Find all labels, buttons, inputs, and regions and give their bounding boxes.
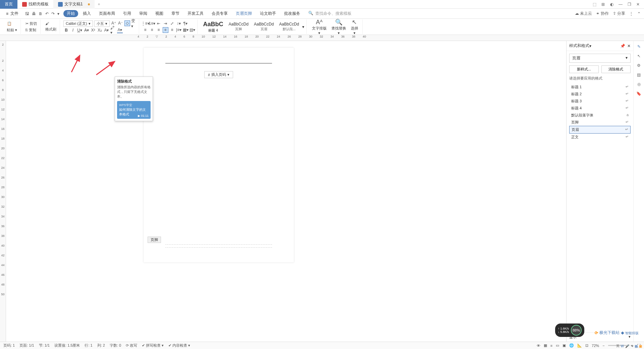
- format-brush-button[interactable]: 🖌: [44, 21, 58, 26]
- footer-area[interactable]: [165, 244, 272, 248]
- footer-tag[interactable]: 页脚: [148, 237, 161, 243]
- tab-document[interactable]: 文字文稿1: [53, 0, 95, 9]
- status-page[interactable]: 页码: 1: [3, 343, 15, 348]
- style-item[interactable]: 页脚↵: [569, 119, 631, 126]
- align-left-icon[interactable]: ≡: [143, 27, 148, 33]
- decrease-font-icon[interactable]: A⁻: [118, 20, 123, 26]
- view-read-icon[interactable]: ▣: [562, 343, 566, 348]
- clear-format-panel-button[interactable]: 清除格式: [601, 65, 631, 73]
- menu-search[interactable]: 🔍查找命令、搜索模板: [305, 11, 352, 16]
- menu-paper[interactable]: 论文助手: [257, 10, 279, 17]
- close-button[interactable]: ✕: [634, 1, 642, 8]
- grid1-icon[interactable]: ⬚: [590, 1, 598, 8]
- bookmark-icon[interactable]: 🔖: [636, 91, 641, 96]
- menu-chapter[interactable]: 章节: [168, 10, 183, 17]
- copy-button[interactable]: ⎘复制: [24, 27, 38, 33]
- menu-member[interactable]: 会员专享: [208, 10, 231, 17]
- view-web-icon[interactable]: ▭: [556, 343, 559, 348]
- grid2-icon[interactable]: ⊞: [599, 1, 607, 8]
- bold-icon[interactable]: B: [63, 28, 69, 33]
- globe-icon[interactable]: 🌐: [569, 343, 574, 348]
- redo-icon[interactable]: ↷: [51, 11, 55, 16]
- styles-gallery[interactable]: AaBbC标题 4 AaBbCcDd页脚 AaBbCcDd页眉 AaBbCcDd…: [199, 19, 307, 34]
- numbering-icon[interactable]: 1≡▾: [149, 21, 155, 27]
- paste-label[interactable]: 粘贴▾: [5, 27, 18, 33]
- tab-template[interactable]: 找稻壳模板: [17, 0, 53, 9]
- style-heading4[interactable]: AaBbC标题 4: [201, 20, 226, 34]
- menu-start[interactable]: 开始: [63, 10, 78, 17]
- align-right-icon[interactable]: ≡: [156, 27, 162, 33]
- more-icon[interactable]: ⋮: [629, 11, 633, 16]
- style-item[interactable]: 默认段落字体a: [569, 112, 631, 119]
- italic-icon[interactable]: I: [70, 28, 76, 33]
- menu-devtools[interactable]: 开发工具: [184, 10, 207, 17]
- align-justify-icon[interactable]: ≡: [163, 27, 168, 33]
- maximize-button[interactable]: ❐: [625, 1, 633, 8]
- shading-icon[interactable]: ▤▾: [190, 27, 195, 33]
- find-replace-button[interactable]: 🔍查找替换▾: [329, 18, 348, 35]
- font-select[interactable]: Calibri (正文)▾: [63, 20, 93, 27]
- status-section[interactable]: 节: 1/1: [39, 343, 50, 348]
- status-setting[interactable]: 设置值: 1.5厘米: [54, 343, 80, 348]
- insert-page-number-button[interactable]: #插入页码▾: [204, 71, 233, 78]
- save-icon[interactable]: 🖫: [25, 11, 29, 16]
- font-color-icon[interactable]: A▾: [117, 28, 123, 33]
- line-spacing-icon[interactable]: ↕▾: [176, 21, 182, 27]
- style-header[interactable]: AaBbCcDd页眉: [252, 21, 276, 33]
- indent-dec-icon[interactable]: ⇤: [156, 21, 162, 27]
- menu-header-footer[interactable]: 页眉页脚: [232, 10, 255, 17]
- eye-icon[interactable]: 👁: [537, 344, 540, 348]
- show-marks-icon[interactable]: ¶▾: [183, 21, 189, 27]
- file-menu[interactable]: ≡文件: [3, 11, 21, 16]
- network-speed-widget[interactable]: ↑ 1.6K/s ↓ 5.8K/s 88%: [555, 323, 584, 337]
- ruler-icon[interactable]: 📐: [577, 343, 582, 348]
- increase-font-icon[interactable]: A⁺: [111, 20, 117, 26]
- underline-icon[interactable]: U▾: [77, 28, 83, 33]
- spacing-icon[interactable]: |≡▾: [176, 27, 182, 33]
- status-words[interactable]: 字数: 0: [110, 343, 121, 348]
- text-layout-button[interactable]: Aᴬ文字排版▾: [310, 18, 329, 35]
- share-button[interactable]: ⇪ 分享: [613, 11, 625, 16]
- styles-more-icon[interactable]: ▾: [302, 24, 304, 29]
- settings-icon[interactable]: ⚙: [637, 63, 641, 68]
- pen-icon[interactable]: ✎: [637, 44, 641, 49]
- cloud-status[interactable]: ☁ 未上云: [575, 11, 592, 16]
- phonetic-icon[interactable]: 变▾: [131, 20, 137, 26]
- tooltip-video[interactable]: WPS学堂 如何清除文字的文本格式 ▶ 01:11: [117, 101, 151, 119]
- style-item[interactable]: 标题 3↵: [569, 98, 631, 105]
- undo-icon[interactable]: ↶: [45, 11, 49, 16]
- style-item-selected[interactable]: 页眉↵: [569, 126, 631, 134]
- zoom-out-icon[interactable]: −: [602, 344, 604, 348]
- zoom-fit-icon[interactable]: ⊡: [585, 343, 588, 348]
- style-item[interactable]: 标题 4↵: [569, 105, 631, 112]
- status-content[interactable]: ✔ 内容检查 ▾: [168, 343, 190, 348]
- style-footer[interactable]: AaBbCcDd页脚: [226, 21, 251, 33]
- document-canvas[interactable]: #插入页码▾ 页脚 清除格式 清除所选内容的所有格式，只留下无格式文本。 WPS…: [6, 41, 566, 342]
- cursor2-icon[interactable]: ↖: [637, 54, 641, 58]
- tab-add-button[interactable]: ＋: [95, 1, 103, 7]
- current-style-select[interactable]: 页眉▾: [569, 54, 631, 63]
- collapse-icon[interactable]: ⌃: [637, 11, 641, 16]
- view-page-icon[interactable]: ▦: [544, 343, 547, 348]
- superscript-icon[interactable]: X²: [90, 28, 96, 33]
- dropdown-icon[interactable]: ▾: [57, 11, 59, 16]
- status-spell[interactable]: ✔ 拼写检查 ▾: [142, 343, 164, 348]
- indent-inc-icon[interactable]: ⇥: [163, 21, 168, 27]
- paste-button[interactable]: 📋: [5, 20, 18, 27]
- menu-insert[interactable]: 插入: [79, 10, 94, 17]
- coop-button[interactable]: ⚭ 协作: [596, 11, 608, 16]
- bullets-icon[interactable]: ⋮≡▾: [143, 21, 148, 27]
- minimize-button[interactable]: —: [616, 1, 625, 8]
- panel-pin-icon[interactable]: 📌: [620, 44, 625, 48]
- vertical-ruler[interactable]: 2246810121416182022242628303234363840424…: [0, 41, 6, 342]
- zoom-level[interactable]: 72%: [592, 344, 599, 348]
- subscript-icon[interactable]: X₂: [97, 28, 103, 33]
- view-outline-icon[interactable]: ≡: [550, 344, 552, 348]
- preview-icon[interactable]: 🗎: [39, 11, 43, 16]
- tab-home[interactable]: 首页: [0, 0, 17, 9]
- clear-format-button[interactable]: ◇: [124, 20, 130, 26]
- skin-icon[interactable]: ◐: [608, 1, 616, 8]
- status-col[interactable]: 列: 2: [97, 343, 105, 348]
- new-style-button[interactable]: 新样式...: [569, 65, 599, 73]
- style-item[interactable]: 标题 1↵: [569, 84, 631, 91]
